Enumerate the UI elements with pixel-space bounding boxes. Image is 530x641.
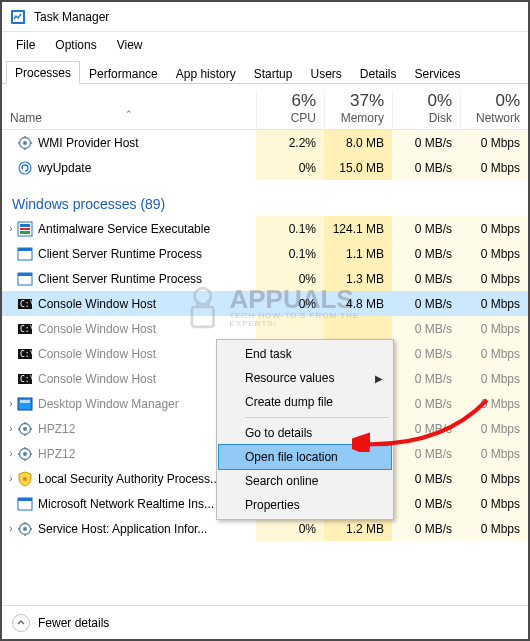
process-name: Console Window Host (38, 297, 256, 311)
svg-point-40 (23, 477, 27, 481)
winproc-row[interactable]: C:\Console Window Host0%4.8 MB0 MB/s0 Mb… (2, 291, 528, 316)
process-row[interactable]: wyUpdate0%15.0 MB0 MB/s0 Mbps (2, 155, 528, 180)
tab-details[interactable]: Details (351, 62, 406, 84)
console-icon: C:\ (16, 321, 34, 337)
svg-text:C:\: C:\ (20, 325, 33, 334)
process-name: WMI Provider Host (38, 136, 256, 150)
cell-net: 0 Mbps (460, 416, 528, 441)
menu-options[interactable]: Options (47, 36, 104, 54)
fewer-details-label[interactable]: Fewer details (38, 616, 109, 630)
cell-disk: 0 MB/s (392, 266, 460, 291)
expand-chevron-icon[interactable]: › (2, 523, 16, 534)
task-manager-icon (10, 9, 26, 25)
tab-services[interactable]: Services (406, 62, 470, 84)
cell-net: 0 Mbps (460, 241, 528, 266)
ctx-end-task[interactable]: End task (219, 342, 391, 366)
ctx-go-to-details[interactable]: Go to details (219, 421, 391, 445)
gear-icon (16, 421, 34, 437)
ctx-search-online[interactable]: Search online (219, 469, 391, 493)
ctx-create-dump-file[interactable]: Create dump file (219, 390, 391, 414)
cell-mem: 8.0 MB (324, 130, 392, 155)
process-name: Service Host: Application Infor... (38, 522, 256, 536)
context-menu: End taskResource values▶Create dump file… (216, 339, 394, 520)
ctx-open-file-location[interactable]: Open file location (219, 445, 391, 469)
expand-chevron-icon[interactable]: › (2, 448, 16, 459)
svg-rect-12 (20, 228, 30, 230)
ctx-properties[interactable]: Properties (219, 493, 391, 517)
process-name: Console Window Host (38, 322, 256, 336)
cell-net: 0 Mbps (460, 130, 528, 155)
menubar: File Options View (2, 32, 528, 60)
svg-rect-42 (18, 498, 32, 501)
cell-cpu: 2.2% (256, 130, 324, 155)
cell-mem: 1.1 MB (324, 241, 392, 266)
cell-net: 0 Mbps (460, 155, 528, 180)
cell-cpu (256, 316, 324, 341)
cpu-lbl: CPU (257, 111, 316, 125)
cell-disk: 0 MB/s (392, 441, 460, 466)
disk-lbl: Disk (393, 111, 452, 125)
cell-mem: 4.8 MB (324, 291, 392, 316)
winproc-icon (16, 496, 34, 512)
winproc-row[interactable]: ›Antimalware Service Executable0.1%124.1… (2, 216, 528, 241)
titlebar: Task Manager (2, 2, 528, 32)
menu-view[interactable]: View (109, 36, 151, 54)
cell-net: 0 Mbps (460, 441, 528, 466)
cell-mem: 1.3 MB (324, 266, 392, 291)
cell-disk: 0 MB/s (392, 391, 460, 416)
cell-disk: 0 MB/s (392, 366, 460, 391)
expand-chevron-icon[interactable]: › (2, 223, 16, 234)
column-memory[interactable]: 37% Memory (324, 91, 392, 129)
winproc-row[interactable]: C:\Console Window Host0 MB/s0 Mbps (2, 316, 528, 341)
menu-file[interactable]: File (8, 36, 43, 54)
process-name: Antimalware Service Executable (38, 222, 256, 236)
cell-disk: 0 MB/s (392, 316, 460, 341)
cell-net: 0 Mbps (460, 341, 528, 366)
submenu-chevron-icon: ▶ (375, 373, 383, 384)
process-name: Client Server Runtime Process (38, 247, 256, 261)
group-windows-processes[interactable]: Windows processes (89) (2, 180, 528, 216)
svg-point-35 (23, 452, 27, 456)
cell-disk: 0 MB/s (392, 216, 460, 241)
gear-icon (16, 446, 34, 462)
cell-cpu: 0% (256, 155, 324, 180)
console-icon: C:\ (16, 346, 34, 362)
mem-pct: 37% (325, 91, 384, 111)
task-manager-window: Task Manager File Options View Processes… (0, 0, 530, 641)
cell-net: 0 Mbps (460, 366, 528, 391)
svg-rect-26 (18, 398, 32, 410)
cell-disk: 0 MB/s (392, 291, 460, 316)
process-name: Client Server Runtime Process (38, 272, 256, 286)
update-icon (16, 160, 34, 176)
cell-mem: 15.0 MB (324, 155, 392, 180)
column-disk[interactable]: 0% Disk (392, 91, 460, 129)
tab-processes[interactable]: Processes (6, 61, 80, 84)
cell-disk: 0 MB/s (392, 416, 460, 441)
cell-cpu: 0% (256, 266, 324, 291)
column-name[interactable]: ⌃ Name (2, 111, 256, 129)
tab-users[interactable]: Users (301, 62, 350, 84)
expand-chevron-icon[interactable]: › (2, 398, 16, 409)
net-pct: 0% (461, 91, 520, 111)
winproc-row[interactable]: Client Server Runtime Process0%1.3 MB0 M… (2, 266, 528, 291)
svg-point-8 (19, 162, 31, 174)
svg-rect-15 (18, 248, 32, 251)
expand-chevron-icon[interactable]: › (2, 423, 16, 434)
winproc-row[interactable]: Client Server Runtime Process0.1%1.1 MB0… (2, 241, 528, 266)
fewer-details-chevron-icon[interactable] (12, 614, 30, 632)
svg-point-44 (23, 527, 27, 531)
cell-disk: 0 MB/s (392, 130, 460, 155)
ctx-resource-values[interactable]: Resource values▶ (219, 366, 391, 390)
column-network[interactable]: 0% Network (460, 91, 528, 129)
cell-disk: 0 MB/s (392, 241, 460, 266)
process-row[interactable]: WMI Provider Host2.2%8.0 MB0 MB/s0 Mbps (2, 130, 528, 155)
svg-text:C:\: C:\ (20, 375, 33, 384)
console-icon: C:\ (16, 371, 34, 387)
expand-chevron-icon[interactable]: › (2, 473, 16, 484)
tab-startup[interactable]: Startup (245, 62, 302, 84)
console-icon: C:\ (16, 296, 34, 312)
tab-app-history[interactable]: App history (167, 62, 245, 84)
cell-cpu: 0.1% (256, 216, 324, 241)
tab-performance[interactable]: Performance (80, 62, 167, 84)
column-cpu[interactable]: 6% CPU (256, 91, 324, 129)
